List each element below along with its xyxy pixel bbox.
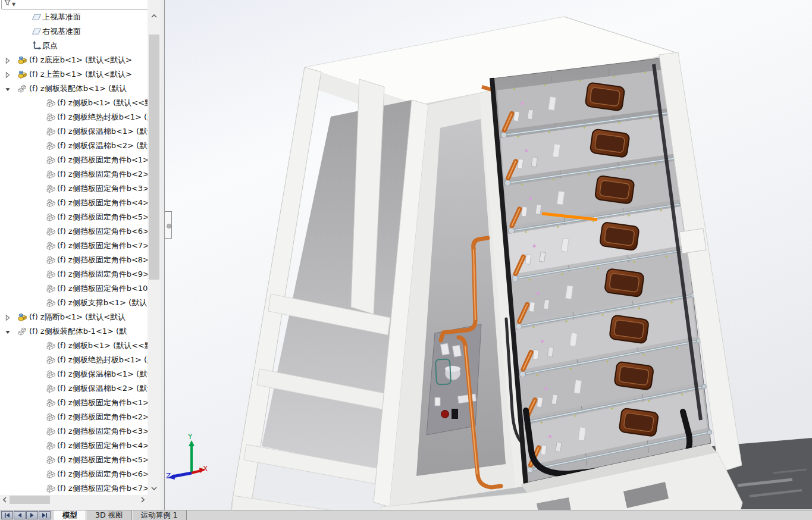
rod-end [520,371,526,377]
screw-dot [643,354,645,356]
assembly-icon [17,326,27,336]
scroll-up-button[interactable] [148,10,161,23]
tree-horizontal-scrollbar[interactable] [0,495,148,505]
tree-item-label: (f) z侧板b<1> (默认<<默认 [0,339,148,353]
screw-dot [574,415,576,417]
panel-splitter-handle[interactable] [165,211,172,239]
tree-item-label: (f) z侧挡板固定角件b<8> [0,253,148,267]
part-ghost-icon [46,269,56,279]
tree-item[interactable]: (f) z侧挡板固定角件b<10 [0,281,148,296]
tree-item[interactable]: (f) z侧挡板固定角件b<4> [0,438,148,453]
tree-item[interactable]: (f) z侧板绝热封板b<1> (默 [0,353,148,367]
cad-model-cabinet[interactable] [230,17,742,510]
chevron-collapsed-icon[interactable] [4,55,12,64]
sensor-dot [521,102,524,105]
tree-item[interactable]: (f) z侧挡板固定角件b<9> [0,267,148,281]
tree-item[interactable]: 右视基准面 [0,24,148,39]
tree-item[interactable]: 原点 [0,39,148,53]
screw-dot [541,422,543,424]
tree-item[interactable]: (f) z侧板保温棉b<2> (默认 [0,139,148,153]
tree-item-label: (f) z侧板绝热封板b<1> (默 [0,110,148,124]
tree-item[interactable]: (f) z侧挡板固定角件b<5> [0,453,148,467]
part-ghost-icon [46,455,56,465]
doc-tab-3d-views[interactable]: 3D 视图 [86,510,132,520]
chevron-collapsed-icon[interactable] [4,312,12,321]
screw-dot [521,183,523,185]
part-ghost-icon [46,198,56,208]
last-tab-button[interactable] [39,511,51,519]
tree-item[interactable]: (f) z侧板绝热封板b<1> (默 [0,110,148,124]
horizontal-scroll-thumb[interactable] [10,496,50,504]
tree-item[interactable]: (f) z侧挡板固定角件b<8> [0,253,148,267]
tree-item[interactable]: (f) z侧挡板固定角件b<7> [0,239,148,253]
screw-dot [517,136,519,137]
screw-dot [579,80,581,82]
rod-end [527,467,533,473]
screw-dot [648,400,650,402]
scroll-left-button[interactable] [0,495,10,505]
connector-clip [527,109,533,120]
chevron-collapsed-icon[interactable] [4,70,12,78]
tree-vertical-scrollbar[interactable] [148,0,161,495]
scroll-down-button[interactable] [148,482,161,495]
vertical-scroll-thumb[interactable] [149,35,159,280]
document-tabs: 模型3D 视图运动算例 1 [54,510,187,520]
tree-item-label: (f) z侧挡板固定角件b<3> [0,424,148,438]
tree-item[interactable]: (f) z侧挡板固定角件b<1> [0,153,148,167]
sensor-dot [545,387,548,390]
tree-item[interactable]: (f) z侧挡板固定角件b<7> [0,481,148,495]
tree-item[interactable]: (f) z侧板b<1> (默认<<默认 [0,96,148,110]
tree-item[interactable]: (f) z侧挡板固定角件b<4> [0,196,148,210]
tree-item-label: (f) z侧挡板固定角件b<3> [0,181,148,196]
tree-item[interactable]: (f) z侧板支撑b<1> (默认< [0,296,148,310]
scroll-right-button[interactable] [138,495,148,505]
connector-clip [525,254,531,264]
tree-item[interactable]: 上视基准面 [0,10,148,24]
tree-item[interactable]: (f) z侧板保温棉b<2> (默认 [0,381,148,396]
tree-item[interactable]: (f) z侧挡板固定角件b<3> [0,181,148,196]
screw-dot [660,209,662,211]
doc-tab-motion-study[interactable]: 运动算例 1 [132,510,187,520]
sensor-dot [541,340,544,343]
screw-dot [633,261,635,263]
tree-item[interactable]: (f) z侧挡板固定角件b<6> [0,224,148,239]
tree-item-label: (f) z侧板保温棉b<2> (默认 [0,381,148,396]
tree-filter-box[interactable]: ▼ [1,0,150,10]
first-tab-button[interactable] [1,511,13,519]
plane-icon [32,26,42,36]
connector-clip [540,252,545,262]
part-icon [17,55,27,65]
tree-item[interactable]: (f) z侧板装配体b<1> (默认 [0,82,148,96]
tree-item-label: 原点 [0,39,148,53]
tree-item[interactable]: (f) z上盖b<1> (默认<默认> [0,67,148,82]
screw-dot [676,347,678,349]
doc-tab-model[interactable]: 模型 [54,510,86,520]
tree-item[interactable]: (f) z侧挡板固定角件b<3> [0,424,148,438]
tree-item[interactable]: (f) z侧挡板固定角件b<2> [0,167,148,181]
tree-item[interactable]: (f) z侧挡板固定角件b<2> [0,410,148,424]
tree-item[interactable]: (f) z侧板装配体b-1<1> (默 [0,324,148,339]
part-ghost-icon [46,140,56,151]
tree-item-label: (f) z侧挡板固定角件b<5> [0,210,148,224]
connector-clip [547,347,553,357]
next-tab-button[interactable] [26,511,38,519]
tree-item[interactable]: (f) z隔断b<1> (默认<默认 [0,310,148,324]
tree-item[interactable]: (f) z侧板b<1> (默认<<默认 [0,339,148,353]
previous-tab-button[interactable] [14,511,26,519]
part-ghost-icon [46,112,56,122]
screw-dot [588,174,590,176]
chevron-expanded-icon[interactable] [4,327,12,335]
screw-dot [525,231,527,233]
tree-item-label: (f) z侧挡板固定角件b<2> [0,410,148,424]
tree-item[interactable]: (f) z侧挡板固定角件b<6> [0,467,148,481]
tree-item[interactable]: (f) z侧板保温棉b<1> (默认 [0,124,148,139]
rod-end [707,430,712,435]
tree-item[interactable]: (f) z侧挡板固定角件b<5> [0,210,148,224]
chevron-expanded-icon[interactable] [4,84,12,92]
filter-dropdown-icon[interactable]: ▼ [12,2,15,7]
tree-item[interactable]: (f) z侧挡板固定角件b<1> [0,396,148,410]
connector-clip [541,445,547,455]
tree-item[interactable]: (f) z侧板保温棉b<1> (默认 [0,367,148,381]
rod-end [501,132,507,138]
tree-item[interactable]: (f) z底座b<1> (默认<默认> [0,53,148,67]
